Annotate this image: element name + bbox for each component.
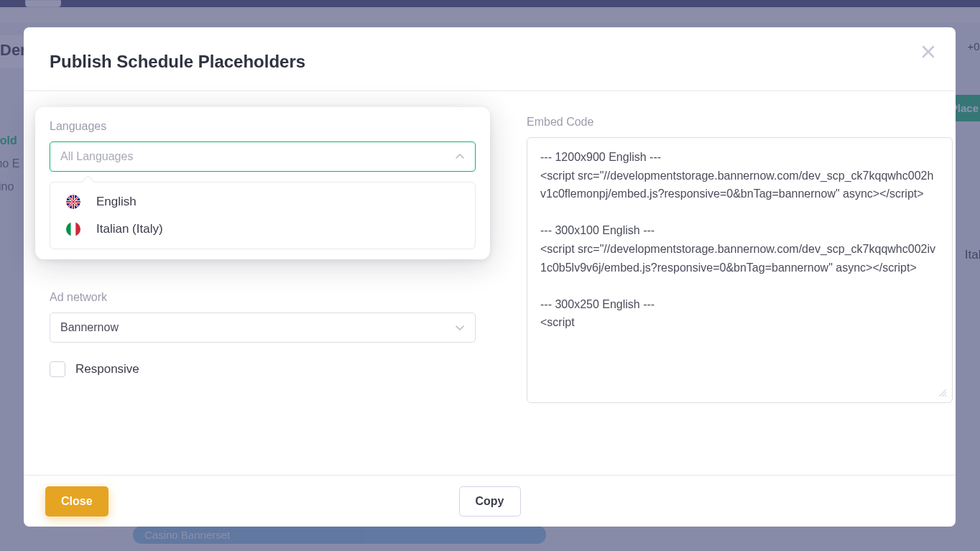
adnetwork-section: Ad network Bannernow: [50, 291, 476, 343]
languages-select[interactable]: All Languages: [50, 142, 476, 172]
languages-label: Languages: [50, 120, 476, 133]
svg-rect-3: [75, 222, 80, 236]
chevron-up-icon: [455, 152, 465, 162]
adnetwork-select-value: Bannernow: [60, 321, 119, 334]
modal-left-column: Languages All Languages English: [50, 116, 476, 377]
close-icon: [920, 43, 937, 60]
modal-header: Publish Schedule Placeholders: [24, 27, 956, 91]
publish-modal: Publish Schedule Placeholders Languages …: [24, 27, 956, 527]
languages-select-placeholder: All Languages: [60, 150, 133, 163]
copy-button[interactable]: Copy: [459, 486, 521, 517]
adnetwork-label: Ad network: [50, 291, 476, 304]
languages-highlight-panel: Languages All Languages English: [35, 107, 490, 259]
flag-italy-icon: [66, 222, 80, 236]
responsive-row: Responsive: [50, 361, 476, 377]
svg-rect-1: [66, 222, 71, 236]
dropdown-item-italian[interactable]: Italian (Italy): [50, 216, 475, 243]
chevron-down-icon: [455, 323, 465, 333]
modal-footer: Close Copy: [24, 475, 956, 527]
flag-uk-icon: [66, 195, 80, 209]
dropdown-item-english[interactable]: English: [50, 188, 475, 216]
svg-rect-2: [71, 222, 76, 236]
responsive-checkbox[interactable]: [50, 361, 65, 377]
modal-right-column: Embed Code --- 1200x900 English --- <scr…: [527, 116, 953, 403]
embed-code-textarea[interactable]: --- 1200x900 English --- <script src="//…: [527, 137, 953, 403]
modal-body: Languages All Languages English: [24, 91, 956, 475]
languages-dropdown: English Italian (Italy): [50, 182, 476, 249]
modal-title: Publish Schedule Placeholders: [50, 52, 930, 72]
dropdown-item-label: Italian (Italy): [96, 222, 163, 236]
adnetwork-select[interactable]: Bannernow: [50, 312, 476, 343]
responsive-label: Responsive: [75, 362, 139, 376]
close-button[interactable]: [920, 43, 937, 60]
close-modal-button[interactable]: Close: [45, 486, 108, 517]
dropdown-item-label: English: [96, 195, 137, 209]
embed-code-label: Embed Code: [527, 116, 953, 129]
